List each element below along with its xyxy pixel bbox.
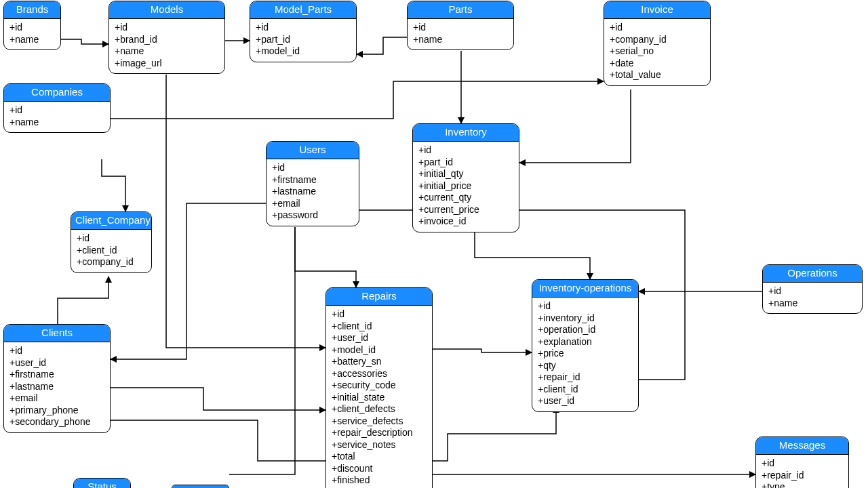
entity-attributes: +id+part_id+model_id <box>250 19 356 62</box>
attribute: +id <box>9 345 104 357</box>
attribute: +lastname <box>9 381 104 393</box>
entity-title: Status <box>74 479 130 488</box>
attribute: +id <box>413 22 508 34</box>
entity-attributes: +id+part_id+initial_qty+initial_price+cu… <box>413 142 519 232</box>
entity-title: Invoice <box>604 1 710 19</box>
entity-invoice[interactable]: Invoice+id+company_id+serial_no+date+tot… <box>604 1 711 86</box>
entity-brands[interactable]: Brands+id+name <box>3 1 61 50</box>
entity-attributes: +id+name <box>763 283 862 313</box>
entity-clients[interactable]: Clients+id+user_id+firstname+lastname+em… <box>3 324 111 433</box>
entity-users[interactable]: Users+id+firstname+lastname+email+passwo… <box>266 141 359 226</box>
attribute: +user_id <box>538 395 633 407</box>
entity-attributes: +id+name <box>4 102 110 132</box>
attribute: +part_id <box>256 34 351 46</box>
attribute: +invoice_id <box>418 216 513 228</box>
attribute: +id <box>762 458 843 470</box>
attribute: +brand_id <box>115 34 219 46</box>
attribute: +id <box>77 232 146 245</box>
entity-companies[interactable]: Companies+id+name <box>3 83 111 133</box>
attribute: +qty <box>538 360 633 372</box>
attribute: +id <box>610 22 705 34</box>
attribute: +user_id <box>9 357 104 369</box>
entity-title: Inventory-operations <box>532 280 638 298</box>
entity-title: Client_Company <box>71 212 151 230</box>
attribute: +id <box>418 144 513 157</box>
entity-title: Model_Parts <box>250 1 356 19</box>
entity-attributes: +id+name <box>408 19 513 49</box>
entity-title: Companies <box>4 84 110 102</box>
attribute: +id <box>272 162 353 174</box>
attribute: +type <box>762 481 843 488</box>
attribute: +name <box>115 45 219 58</box>
entity-models[interactable]: Models+id+brand_id+name+image_url <box>108 1 225 74</box>
attribute: +repair_id <box>762 470 843 482</box>
attribute: +initial_price <box>418 180 513 192</box>
attribute: +name <box>9 34 55 46</box>
attribute: +client_id <box>332 321 427 333</box>
attribute: +id <box>256 22 351 34</box>
entity-attributes: +id+company_id+serial_no+date+total_valu… <box>604 19 710 85</box>
attribute: +accessories <box>332 368 427 380</box>
attribute: +client_defects <box>332 403 427 415</box>
entity-attributes: +id+firstname+lastname+email+password <box>267 159 359 226</box>
entity-operations[interactable]: Operations+id+name <box>762 264 863 314</box>
entity-attributes: +id+brand_id+name+image_url <box>109 19 224 73</box>
attribute: +name <box>9 117 104 129</box>
attribute: +initial_qty <box>418 168 513 180</box>
attribute: +repair_description <box>332 427 427 439</box>
attribute: +secondary_phone <box>9 416 104 428</box>
entity-attributes: +id+client_id+company_id <box>71 230 151 272</box>
attribute: +email <box>9 392 104 405</box>
attribute: +model_id <box>256 45 351 58</box>
entity-model_parts[interactable]: Model_Parts+id+part_id+model_id <box>250 1 357 62</box>
attribute: +email <box>272 198 353 210</box>
attribute: +service_defects <box>332 415 427 428</box>
attribute: +battery_sn <box>332 356 427 368</box>
attribute: +total <box>332 451 427 463</box>
attribute: +security_code <box>332 380 427 392</box>
entity-title: Users <box>267 142 359 159</box>
attribute: +discount <box>332 463 427 475</box>
entity-title: Operations <box>763 265 862 283</box>
entity-title <box>172 485 229 488</box>
entity-inventory[interactable]: Inventory+id+part_id+initial_qty+initial… <box>412 123 519 232</box>
entity-attributes: +id+name <box>4 19 60 49</box>
attribute: +client_id <box>538 384 633 396</box>
entity-inv_ops[interactable]: Inventory-operations+id+inventory_id+ope… <box>532 279 639 412</box>
entity-title: Messages <box>756 437 848 455</box>
entity-attributes: +id+client_id+user_id+model_id+battery_s… <box>326 306 432 488</box>
entity-attributes: +id+user_id+firstname+lastname+email+pri… <box>4 342 110 432</box>
attribute: +id <box>9 104 104 117</box>
attribute: +serial_no <box>610 45 705 58</box>
attribute: +finished <box>332 474 427 487</box>
attribute: +operation_id <box>538 324 633 336</box>
attribute: +image_url <box>115 58 219 70</box>
entity-client_company[interactable]: Client_Company+id+client_id+company_id <box>71 211 152 273</box>
entity-title: Inventory <box>413 124 519 142</box>
attribute: +name <box>768 298 856 310</box>
attribute: +current_price <box>418 204 513 216</box>
attribute: +current_qty <box>418 192 513 204</box>
attribute: +id <box>332 308 427 321</box>
attribute: +repair_id <box>538 371 633 384</box>
attribute: +firstname <box>272 174 353 186</box>
entity-attributes: +id+inventory_id+operation_id+explanatio… <box>532 298 638 411</box>
attribute: +company_id <box>610 34 705 46</box>
entity-messages[interactable]: Messages+id+repair_id+type <box>755 436 849 488</box>
entity-attributes: +id+repair_id+type <box>756 455 848 488</box>
entity-status[interactable]: Status <box>73 478 131 488</box>
entity-repairs[interactable]: Repairs+id+client_id+user_id+model_id+ba… <box>326 287 433 488</box>
attribute: +service_notes <box>332 439 427 451</box>
entity-title: Repairs <box>326 288 432 306</box>
er-diagram-canvas: Brands+id+nameModels+id+brand_id+name+im… <box>0 0 868 488</box>
attribute: +initial_state <box>332 392 427 404</box>
attribute: +name <box>413 34 508 46</box>
entity-parts[interactable]: Parts+id+name <box>407 1 514 50</box>
entity-partial[interactable] <box>172 485 229 488</box>
attribute: +client_id <box>77 245 146 257</box>
attribute: +id <box>538 300 633 312</box>
attribute: +part_id <box>418 157 513 169</box>
attribute: +explanation <box>538 336 633 348</box>
entity-title: Models <box>109 1 224 19</box>
attribute: +price <box>538 348 633 360</box>
